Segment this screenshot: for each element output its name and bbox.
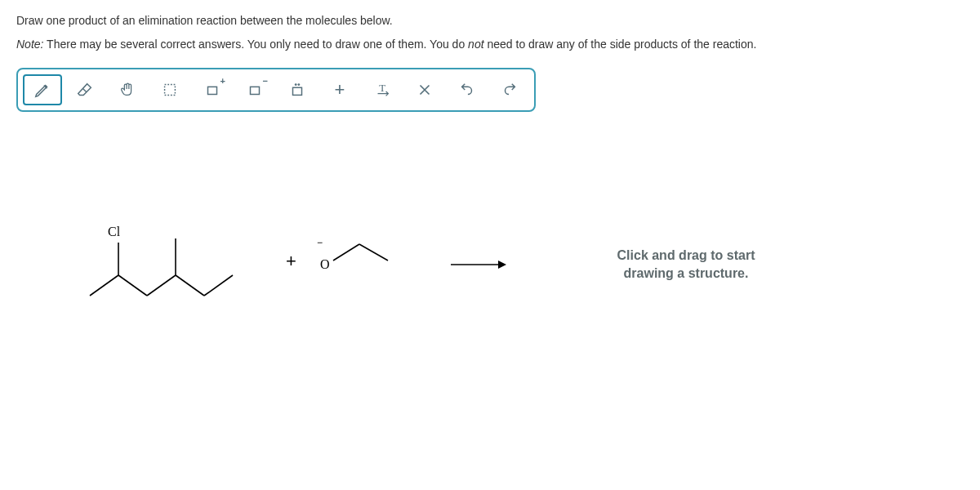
- svg-line-18: [333, 244, 359, 261]
- positive-charge-tool[interactable]: +: [193, 74, 232, 105]
- svg-text:T: T: [379, 82, 385, 94]
- svg-line-11: [118, 275, 147, 296]
- box-icon: [203, 81, 221, 99]
- note-emphasis: not: [468, 38, 483, 51]
- undo-tool[interactable]: [448, 74, 487, 105]
- selection-icon: [161, 81, 179, 99]
- svg-rect-1: [208, 87, 217, 94]
- text-arrow-icon: T: [373, 81, 391, 99]
- svg-point-4: [297, 83, 300, 86]
- svg-rect-5: [293, 87, 302, 95]
- svg-rect-0: [165, 85, 176, 96]
- canvas-hint: Click and drag to start drawing a struct…: [580, 247, 792, 283]
- hand-icon: [118, 81, 136, 99]
- redo-icon: [501, 81, 519, 99]
- text-tool[interactable]: T: [363, 74, 402, 105]
- clear-tool[interactable]: [405, 74, 444, 105]
- note-body-1: There may be several correct answers. Yo…: [43, 38, 468, 51]
- svg-rect-2: [251, 87, 260, 94]
- svg-line-19: [359, 244, 388, 261]
- svg-line-8: [90, 275, 118, 296]
- redo-tool[interactable]: [490, 74, 529, 105]
- pencil-icon: [33, 81, 51, 99]
- reactant-molecules: Cl − O: [74, 218, 416, 308]
- negative-charge-tool[interactable]: −: [235, 74, 274, 105]
- note-label: Note:: [16, 38, 43, 51]
- reaction-plus: +: [286, 251, 296, 272]
- box-icon: [246, 81, 264, 99]
- plus-icon: +: [335, 79, 345, 100]
- hint-line-2: drawing a structure.: [580, 265, 792, 283]
- pencil-tool[interactable]: [23, 74, 62, 105]
- svg-point-3: [295, 83, 297, 86]
- toolbar: + − + T: [16, 68, 536, 112]
- question-text: Draw one product of an elimination react…: [16, 12, 964, 29]
- plus-tool[interactable]: +: [320, 74, 359, 105]
- lone-pair-tool[interactable]: [278, 74, 317, 105]
- svg-text:−: −: [317, 237, 323, 248]
- drawing-canvas[interactable]: Cl − O + Click and drag to start drawin: [49, 136, 964, 365]
- lone-pair-icon: [288, 81, 306, 99]
- selection-tool[interactable]: [150, 74, 189, 105]
- note-body-2: need to draw any of the side products of…: [484, 38, 757, 51]
- svg-line-12: [147, 275, 176, 296]
- x-icon: [416, 81, 434, 99]
- eraser-icon: [76, 81, 94, 99]
- plus-charge-label: +: [220, 76, 225, 86]
- minus-charge-label: −: [263, 76, 268, 86]
- hand-tool[interactable]: [108, 74, 147, 105]
- undo-icon: [458, 81, 476, 99]
- svg-line-14: [176, 275, 204, 296]
- reaction-arrow: [449, 257, 506, 272]
- svg-text:O: O: [320, 257, 330, 271]
- molecule-structure: Cl − O: [74, 218, 416, 308]
- svg-line-15: [204, 275, 233, 296]
- svg-text:Cl: Cl: [108, 225, 121, 238]
- note-text: Note: There may be several correct answe…: [16, 36, 964, 53]
- svg-marker-21: [498, 261, 506, 269]
- hint-line-1: Click and drag to start: [580, 247, 792, 265]
- eraser-tool[interactable]: [65, 74, 105, 105]
